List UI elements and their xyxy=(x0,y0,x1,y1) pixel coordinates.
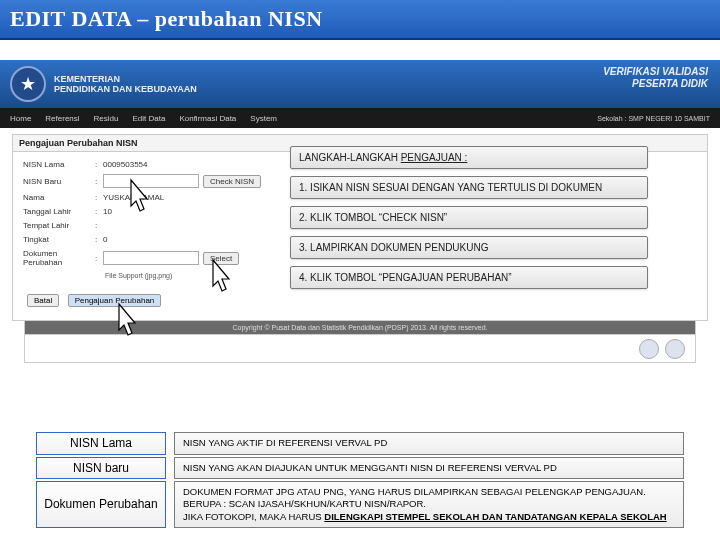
legend-desc-dokumen: DOKUMEN FORMAT JPG ATAU PNG, YANG HARUS … xyxy=(174,481,684,528)
step-3: 3. LAMPIRKAN DOKUMEN PENDUKUNG xyxy=(290,236,648,259)
label-tanggal: Tanggal Lahir xyxy=(23,207,95,216)
ministry-line1: KEMENTERIAN xyxy=(54,74,197,84)
ministry-header: ★ KEMENTERIAN PENDIDIKAN DAN KEBUDAYAAN … xyxy=(0,60,720,108)
nav-home[interactable]: Home xyxy=(10,114,31,123)
check-nisn-button[interactable]: Check NISN xyxy=(203,175,261,188)
nav-system[interactable]: System xyxy=(250,114,277,123)
badge-icon xyxy=(665,339,685,359)
legend-desc-dokumen-l3: JIKA FOTOKOPI, MAKA HARUS DILENGKAPI STE… xyxy=(183,511,675,523)
badges-row xyxy=(24,335,696,363)
value-tanggal: 10 xyxy=(103,207,112,216)
verif-line1: VERIFIKASI VALIDASI xyxy=(603,66,708,78)
label-dokumen: Dokumen Perubahan xyxy=(23,249,95,267)
nav-edit-data[interactable]: Edit Data xyxy=(133,114,166,123)
nav-konfirmasi[interactable]: Konfirmasi Data xyxy=(179,114,236,123)
label-nisn-lama: NISN Lama xyxy=(23,160,95,169)
legend-label-nisn-baru: NISN baru xyxy=(36,457,166,479)
select-file-button[interactable]: Select xyxy=(203,252,239,265)
label-nisn-baru: NISN Baru xyxy=(23,177,95,186)
verification-title: VERIFIKASI VALIDASI PESERTA DIDIK xyxy=(603,66,708,90)
steps-title-b: PENGAJUAN : xyxy=(401,152,468,163)
main-nav: Home Referensi Residu Edit Data Konfirma… xyxy=(0,108,720,128)
step-4: 4. KLIK TOMBOL “PENGAJUAN PERUBAHAN” xyxy=(290,266,648,289)
value-nama: YUSKANT AMAL xyxy=(103,193,164,202)
legend-desc-dokumen-l1: DOKUMEN FORMAT JPG ATAU PNG, YANG HARUS … xyxy=(183,486,675,498)
legend-desc-nisn-lama: NISN YANG AKTIF DI REFERENSI VERVAL PD xyxy=(174,432,684,454)
ministry-logo-icon: ★ xyxy=(10,66,46,102)
legend-label-nisn-lama: NISN Lama xyxy=(36,432,166,454)
ministry-name: KEMENTERIAN PENDIDIKAN DAN KEBUDAYAAN xyxy=(54,74,197,95)
legend-row-nisn-baru: NISN baru NISN YANG AKAN DIAJUKAN UNTUK … xyxy=(36,457,684,479)
batal-button[interactable]: Batal xyxy=(27,294,59,307)
legend-row-dokumen: Dokumen Perubahan DOKUMEN FORMAT JPG ATA… xyxy=(36,481,684,528)
step-1: 1. ISIKAN NISN SESUAI DENGAN YANG TERTUL… xyxy=(290,176,648,199)
value-nisn-lama: 0009503554 xyxy=(103,160,148,169)
pengajuan-button[interactable]: Pengajuan Perubahan xyxy=(68,294,162,307)
input-dokumen[interactable] xyxy=(103,251,199,265)
school-label: Sekolah : SMP NEGERI 10 SAMBIT xyxy=(597,115,710,122)
legend-desc-dokumen-l2: BERUPA : SCAN IJASAH/SKHUN/KARTU NISN/RA… xyxy=(183,498,675,510)
ministry-line2: PENDIDIKAN DAN KEBUDAYAAN xyxy=(54,84,197,94)
steps-title: LANGKAH-LANGKAH PENGAJUAN : xyxy=(290,146,648,169)
legend-row-nisn-lama: NISN Lama NISN YANG AKTIF DI REFERENSI V… xyxy=(36,432,684,454)
label-nama: Nama xyxy=(23,193,95,202)
legend-label-dokumen: Dokumen Perubahan xyxy=(36,481,166,528)
label-tempat: Tempat Lahir xyxy=(23,221,95,230)
legend: NISN Lama NISN YANG AKTIF DI REFERENSI V… xyxy=(36,432,684,530)
step-2: 2. KLIK TOMBOL “CHECK NISN” xyxy=(290,206,648,229)
verif-line2: PESERTA DIDIK xyxy=(603,78,708,90)
input-nisn-baru[interactable] xyxy=(103,174,199,188)
value-tingkat: 0 xyxy=(103,235,107,244)
nav-referensi[interactable]: Referensi xyxy=(45,114,79,123)
steps-container: LANGKAH-LANGKAH PENGAJUAN : 1. ISIKAN NI… xyxy=(290,146,648,296)
legend-desc-nisn-baru: NISN YANG AKAN DIAJUKAN UNTUK MENGGANTI … xyxy=(174,457,684,479)
label-tingkat: Tingkat xyxy=(23,235,95,244)
badge-icon xyxy=(639,339,659,359)
slide-title: EDIT DATA – perubahan NISN xyxy=(0,0,720,40)
nav-residu[interactable]: Residu xyxy=(94,114,119,123)
copyright: Copyright © Pusat Data dan Statistik Pen… xyxy=(24,321,696,335)
steps-title-a: LANGKAH-LANGKAH xyxy=(299,152,401,163)
